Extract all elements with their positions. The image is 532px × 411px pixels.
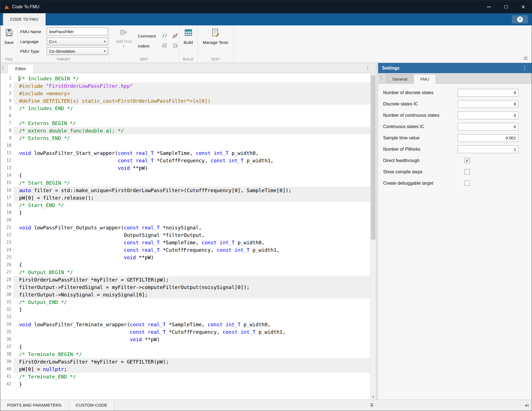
code-line-39[interactable]: 39FirstOrderLowPassFilter *myFilter = GE…	[0, 358, 370, 365]
tab-fmu[interactable]: FMU	[414, 74, 436, 84]
code-line-41[interactable]: 41/* Terminate_END */	[0, 373, 370, 380]
code-line-17[interactable]: 17pW[0] = filter.release();	[0, 194, 370, 201]
language-dropdown[interactable]: C++ ▾	[47, 38, 108, 45]
line-number: 24	[0, 246, 11, 254]
code-line-31[interactable]: 31/* Output_END */	[0, 298, 370, 306]
add-port-button[interactable]: Add Port ▾	[112, 28, 135, 47]
pane-splitter[interactable]	[376, 63, 378, 400]
build-button[interactable]: Build	[179, 28, 197, 45]
code-line-15[interactable]: 15/* Start_BEGIN */	[0, 179, 370, 187]
code-line-33[interactable]: 33	[0, 313, 370, 321]
help-button[interactable]: ?	[512, 15, 528, 23]
ribbon-section-edit: Add Port ▾ Comment // // Indent EDIT	[110, 25, 179, 63]
tab-custom-code[interactable]: CUSTOM CODE	[69, 400, 114, 411]
close-button[interactable]: ×	[515, 0, 532, 13]
settings-input[interactable]	[458, 100, 518, 108]
code-line-2[interactable]: 2#include "FirstOrderLowPassFilter.hpp"	[0, 82, 370, 90]
code-line-16[interactable]: 16auto filter = std::make_unique<FirstOr…	[0, 187, 370, 194]
tab-ports-and-parameters[interactable]: PORTS AND PARAMETERS	[0, 400, 69, 411]
restore-editor-button[interactable]	[369, 402, 375, 409]
uncomment-icon: //	[173, 33, 178, 38]
editor-scrollbar[interactable]: ▾	[370, 73, 376, 400]
line-number: 36	[0, 336, 11, 343]
comment-button[interactable]: //	[161, 33, 168, 39]
code-line-38[interactable]: 38/* Terminate_BEGIN */	[0, 351, 370, 358]
maximize-button[interactable]	[497, 0, 515, 13]
code-line-37[interactable]: 37{	[0, 343, 370, 351]
code-line-36[interactable]: 36 void **pW)	[0, 336, 370, 343]
code-line-18[interactable]: 18/* Start_END */	[0, 201, 370, 209]
code-line-30[interactable]: 30filterOutput->NoisySignal = noisySigna…	[0, 291, 370, 298]
code-line-6[interactable]: 6	[0, 112, 370, 120]
code-text: #include <memory>	[14, 90, 370, 97]
code-line-1[interactable]: 1/* Includes_BEGIN */	[0, 75, 370, 82]
settings-input[interactable]	[458, 112, 518, 119]
uncomment-button[interactable]: //	[172, 33, 179, 39]
code-line-34[interactable]: 34void lowPassFilter_Terminate_wrapper(c…	[0, 321, 370, 328]
code-line-22[interactable]: 22 OutputSignal *filterOutput,	[0, 231, 370, 239]
line-number: 32	[0, 306, 11, 313]
code-line-8[interactable]: 8/* extern double func(double a); */	[0, 127, 370, 134]
scroll-down-button[interactable]: ▾	[370, 394, 376, 400]
manage-tests-icon	[211, 28, 220, 38]
text-cursor	[19, 76, 19, 81]
code-line-23[interactable]: 23 const real_T *SampleTime, const int_T…	[0, 239, 370, 246]
code-line-20[interactable]: 20	[0, 216, 370, 224]
code-line-7[interactable]: 7/* Externs_BEGIN */	[0, 120, 370, 127]
editor-menu-button[interactable]: ⋮	[365, 65, 370, 71]
tab-code-to-fmu[interactable]: CODE TO FMU	[3, 13, 46, 25]
settings-input[interactable]	[458, 145, 518, 153]
code-line-14[interactable]: 14{	[0, 172, 370, 179]
code-line-32[interactable]: 32}	[0, 306, 370, 313]
tab-editor[interactable]: Editor	[7, 64, 34, 73]
scrollbar-thumb[interactable]	[371, 75, 375, 240]
code-line-13[interactable]: 13 void **pW)	[0, 164, 370, 172]
fmu-type-dropdown[interactable]: Co-Simulation ▾	[47, 47, 108, 55]
code-line-24[interactable]: 24 const real_T *CutoffFrequency, const …	[0, 246, 370, 254]
code-line-10[interactable]: 10	[0, 142, 370, 149]
indent-left-button[interactable]	[172, 43, 179, 49]
line-number: 15	[0, 179, 11, 187]
minimize-button[interactable]	[480, 0, 497, 13]
tab-general[interactable]: General	[386, 74, 414, 84]
code-line-27[interactable]: 27/* Output_BEGIN */	[0, 269, 370, 276]
code-line-26[interactable]: 26{	[0, 261, 370, 269]
settings-input[interactable]	[458, 89, 518, 97]
save-button[interactable]: Save	[0, 28, 18, 45]
code-line-9[interactable]: 9/* Externs_END */	[0, 134, 370, 142]
settings-checkbox[interactable]	[465, 169, 470, 174]
code-text: auto filter = std::make_unique<FirstOrde…	[14, 187, 370, 194]
code-line-29[interactable]: 29filterOutput->FilteredSignal = myFilte…	[0, 283, 370, 291]
code-line-42[interactable]: 42}	[0, 380, 370, 388]
code-text: /* Includes_END */	[14, 105, 370, 112]
line-number: 34	[0, 321, 11, 328]
code-line-3[interactable]: 3#include <memory>	[0, 90, 370, 97]
settings-checkbox[interactable]: ✓	[465, 158, 470, 163]
code-line-28[interactable]: 28FirstOrderLowPassFilter *myFilter = GE…	[0, 276, 370, 283]
code-line-35[interactable]: 35 const real_T *CutoffFrequency, const …	[0, 328, 370, 336]
settings-menu-button[interactable]: ⋮	[522, 65, 527, 71]
settings-input[interactable]	[458, 123, 518, 131]
line-number: 2	[0, 82, 11, 90]
manage-tests-button[interactable]: Manage Tests	[198, 28, 233, 45]
line-number: 21	[0, 224, 11, 231]
code-line-40[interactable]: 40pW[0] = nullptr;	[0, 365, 370, 373]
code-line-4[interactable]: 4#define GETFILTER(x) static_cast<FirstO…	[0, 97, 370, 105]
settings-drag-handle-icon[interactable]	[380, 75, 383, 81]
code-line-5[interactable]: 5/* Includes_END */	[0, 105, 370, 112]
code-line-12[interactable]: 12 const real_T *CutoffFrequency, const …	[0, 157, 370, 164]
fmu-name-input[interactable]	[47, 28, 108, 35]
code-line-11[interactable]: 11void lowPassFilter_Start_wrapper(const…	[0, 149, 370, 157]
indent-right-button[interactable]	[161, 43, 168, 49]
settings-checkbox[interactable]	[465, 181, 470, 186]
section-label-build: BUILD	[179, 57, 197, 61]
code-editor[interactable]: 1/* Includes_BEGIN */2#include "FirstOrd…	[0, 73, 376, 400]
collapse-ribbon-button[interactable]	[522, 56, 529, 61]
code-line-19[interactable]: 19}	[0, 209, 370, 216]
drag-handle-icon[interactable]	[2, 65, 4, 71]
line-number: 9	[0, 134, 11, 142]
settings-input[interactable]	[458, 134, 518, 142]
expand-panel-button[interactable]	[523, 402, 530, 409]
code-line-21[interactable]: 21void lowPassFilter_Outputs_wrapper(con…	[0, 224, 370, 231]
code-line-25[interactable]: 25 void **pW)	[0, 254, 370, 261]
